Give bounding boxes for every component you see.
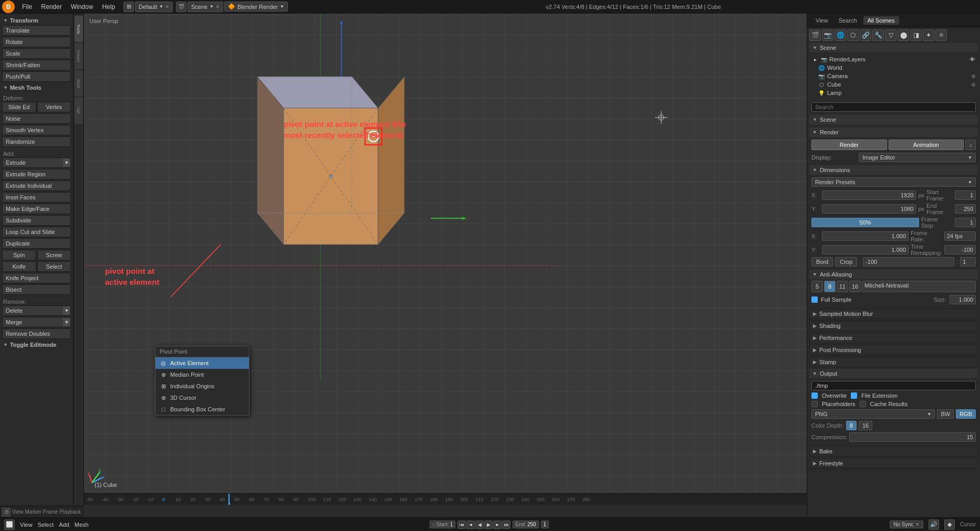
scene-section-header[interactable]: Scene — [809, 115, 978, 124]
rp-tex-icon[interactable]: ◨ — [910, 29, 922, 41]
rp-mat-icon[interactable]: ⬤ — [898, 29, 909, 41]
res-y-field[interactable]: 1080 — [822, 204, 916, 214]
bottom-select-btn[interactable]: Select — [38, 522, 54, 528]
current-frame-display[interactable]: 1 — [541, 521, 549, 528]
tree-world[interactable]: 🌐 World — [818, 63, 976, 72]
extrude-region-btn[interactable]: Extrude Region — [2, 169, 71, 179]
search-input[interactable] — [811, 102, 976, 112]
push-pull-btn[interactable]: Push/Pull — [2, 71, 71, 82]
slide-edge-btn[interactable]: Slide Ed — [2, 102, 36, 112]
make-edge-face-btn[interactable]: Make Edge/Face — [2, 204, 71, 214]
bottom-editor-icon[interactable]: ⬜ — [4, 519, 15, 530]
rp-part-icon[interactable]: ✦ — [923, 29, 934, 41]
shrink-fatten-btn[interactable]: Shrink/Fatten — [2, 60, 71, 70]
step-back-btn[interactable]: ◄ — [466, 521, 475, 529]
spin-btn[interactable]: Spin — [2, 250, 36, 260]
end-frame-field[interactable]: 250 — [955, 204, 976, 214]
jump-end-btn[interactable]: ⏭ — [502, 521, 510, 529]
shading-toggle[interactable]: Shading — [810, 321, 977, 331]
delete-btn[interactable]: Delete — [3, 306, 63, 315]
eye-icon-renderlayers[interactable]: 👁 — [968, 56, 976, 63]
merge-btn[interactable]: Merge — [3, 317, 63, 327]
pivot-individual-origins[interactable]: ⊞ Individual Origins — [155, 380, 249, 392]
pct-field[interactable]: 50% — [811, 218, 919, 227]
overwrite-checkbox[interactable] — [811, 392, 818, 399]
step-forward-btn[interactable]: ► — [493, 521, 502, 529]
aspect-y-field[interactable]: 1.000 — [822, 245, 909, 254]
time-remap-end[interactable]: 1 — [960, 257, 976, 267]
menu-file[interactable]: File — [18, 2, 36, 12]
bisect-btn[interactable]: Bisect — [2, 284, 71, 295]
audio-render-btn[interactable]: ♪ — [965, 140, 976, 150]
layout-icon[interactable]: ⊞ — [123, 2, 134, 12]
mesh-tools-section-header[interactable]: Mesh Tools — [2, 83, 71, 92]
aa-16-btn[interactable]: 16 — [849, 281, 861, 292]
extrude-btn[interactable]: Extrude — [3, 158, 63, 167]
compression-field[interactable]: 15 — [849, 432, 976, 442]
tab-search[interactable]: Search — [835, 16, 861, 25]
pivot-median-point[interactable]: ⊕ Median Point — [155, 369, 249, 380]
depth-8-btn[interactable]: 8 — [846, 421, 857, 430]
tree-render-layers[interactable]: ▸ 📷 RenderLayers 👁 — [811, 55, 976, 63]
sync-selector[interactable]: No Sync ▼ — [890, 521, 923, 528]
rp-data-icon[interactable]: ▽ — [885, 29, 896, 41]
audio-icon[interactable]: 🔊 — [929, 519, 939, 530]
output-path-field[interactable] — [811, 381, 976, 390]
menu-window[interactable]: Window — [67, 2, 98, 12]
rp-constraint-icon[interactable]: 🔗 — [860, 29, 871, 41]
knife-btn[interactable]: Knife — [2, 261, 36, 272]
scale-btn[interactable]: Scale — [2, 48, 71, 59]
animation-btn[interactable]: Animation — [889, 140, 964, 150]
smooth-vertex-btn[interactable]: Smooth Vertex — [2, 125, 71, 135]
toggle-editmode-header[interactable]: Toggle Editmode — [2, 340, 71, 349]
marker-label[interactable]: Marker — [25, 509, 41, 515]
tree-cube[interactable]: ⬡ Cube ⚙ — [818, 80, 976, 89]
bw-btn[interactable]: BW — [937, 409, 954, 419]
duplicate-btn[interactable]: Duplicate — [2, 238, 71, 249]
remove-doubles-btn[interactable]: Remove Doubles — [2, 328, 71, 339]
delete-arrow[interactable]: ▼ — [63, 306, 70, 315]
menu-render[interactable]: Render — [37, 2, 66, 12]
pivot-bounding-box[interactable]: □ Bounding Box Center — [155, 403, 249, 415]
tree-camera[interactable]: 📷 Camera ⚙ — [818, 72, 976, 80]
sampled-blur-toggle[interactable]: Sampled Motion Blur — [810, 309, 977, 318]
timeline-editor-icon[interactable]: ⏱ — [2, 508, 11, 516]
end-frame-display[interactable]: End: 250 — [513, 521, 538, 528]
pivot-3d-cursor[interactable]: ⊛ 3D Cursor — [155, 392, 249, 403]
file-ext-checkbox[interactable] — [851, 392, 857, 399]
frame-step-field[interactable]: 1 — [955, 218, 976, 227]
play-btn[interactable]: ▶ — [484, 521, 493, 529]
display-selector[interactable]: Image Editor ▼ — [859, 153, 976, 162]
options-icon[interactable]: Opt — [75, 98, 83, 124]
extrude-dropdown[interactable]: Extrude ▼ — [2, 157, 71, 168]
format-selector[interactable]: PNG ▼ — [811, 409, 935, 419]
performance-toggle[interactable]: Performance — [810, 333, 977, 343]
frame-label[interactable]: Frame — [43, 509, 58, 515]
rgb-btn[interactable]: RGB — [956, 409, 976, 419]
loop-cut-slide-btn[interactable]: Loop Cut and Slide — [2, 227, 71, 237]
tree-lamp[interactable]: 💡 Lamp — [818, 89, 976, 97]
screw-btn[interactable]: Screw — [37, 250, 71, 260]
time-remap-val2[interactable]: -100 — [863, 257, 954, 267]
inset-faces-btn[interactable]: Inset Faces — [2, 192, 71, 203]
merge-dropdown[interactable]: Merge ▼ — [2, 317, 71, 327]
aa-5-btn[interactable]: 5 — [811, 281, 823, 292]
frame-rate-field[interactable]: 24 fps — [944, 231, 976, 241]
depth-16-btn[interactable]: 16 — [859, 421, 872, 430]
grease-pencil-icon[interactable]: Grease — [75, 43, 83, 69]
select-btn[interactable]: Select — [37, 261, 71, 272]
render-presets-selector[interactable]: Render Presets ▼ — [811, 177, 976, 187]
crop-btn[interactable]: Crop — [835, 257, 857, 267]
blender-logo[interactable]: B — [2, 1, 15, 13]
post-processing-toggle[interactable]: Post Processing — [810, 345, 977, 355]
cache-checkbox[interactable] — [860, 401, 866, 407]
jump-start-btn[interactable]: ⏮ — [457, 521, 466, 529]
aa-11-btn[interactable]: 11 — [837, 281, 848, 292]
noise-btn[interactable]: Noise — [2, 113, 71, 124]
engine-selector[interactable]: 🔶 Blender Render ▼ — [224, 2, 288, 12]
extrude-arrow[interactable]: ▼ — [63, 158, 70, 167]
rp-obj-icon[interactable]: ⬡ — [847, 29, 859, 41]
bottom-mesh-btn[interactable]: Mesh — [75, 522, 89, 528]
aa-filter-btn[interactable]: Mitchell-Netravali — [862, 281, 976, 292]
render-section-header[interactable]: Render — [809, 128, 978, 137]
